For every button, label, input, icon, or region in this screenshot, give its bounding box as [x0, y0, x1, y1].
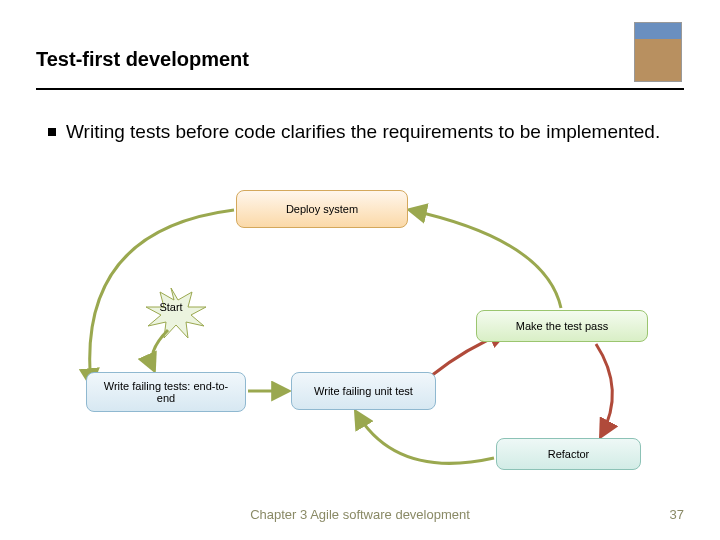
node-label: Make the test pass — [516, 320, 608, 332]
bullet-text: Writing tests before code clarifies the … — [66, 121, 660, 142]
node-label: Write failing unit test — [314, 385, 413, 397]
page-number: 37 — [670, 507, 684, 522]
node-label: Start — [159, 301, 182, 313]
node-label: Refactor — [548, 448, 590, 460]
process-diagram: Deploy system Start Make the test pass W… — [36, 180, 684, 500]
node-write-failing-unit: Write failing unit test — [291, 372, 436, 410]
bullet-square-icon — [48, 128, 56, 136]
footer-chapter: Chapter 3 Agile software development — [0, 507, 720, 522]
book-cover-thumbnail — [634, 22, 682, 82]
node-label: Write failing tests: end-to-end — [95, 380, 237, 404]
title-underline — [36, 88, 684, 90]
node-refactor: Refactor — [496, 438, 641, 470]
node-write-failing-e2e: Write failing tests: end-to-end — [86, 372, 246, 412]
bullet-point: Writing tests before code clarifies the … — [48, 120, 672, 145]
node-start: Start — [136, 284, 206, 330]
slide-title: Test-first development — [36, 48, 249, 71]
node-label: Deploy system — [286, 203, 358, 215]
node-deploy-system: Deploy system — [236, 190, 408, 228]
node-make-test-pass: Make the test pass — [476, 310, 648, 342]
